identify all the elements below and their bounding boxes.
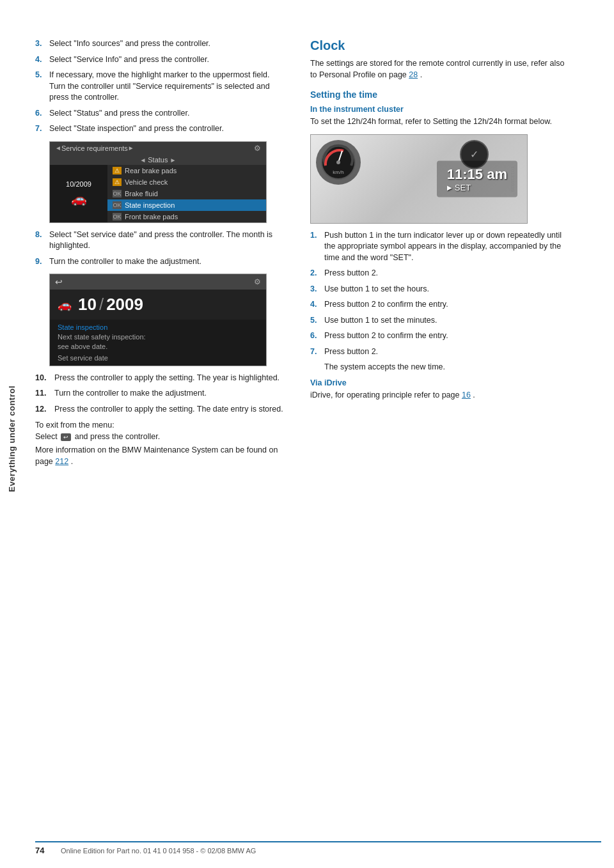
item-label-4: State inspection: [125, 201, 175, 209]
step-3: 3. Select "Info sources" and press the c…: [35, 38, 285, 50]
step-8-text: Select "Set service date" and press the …: [49, 229, 285, 252]
warning-icon: ⚠: [113, 178, 122, 186]
setting-time-subtitle: Setting the time: [310, 89, 572, 100]
sr-car-icon: 🚗: [71, 191, 87, 206]
sr-settings-icon: ⚙: [254, 144, 261, 153]
list-item: ⚠ Vehicle check: [107, 176, 266, 188]
sr-header: ◄ Service requirements ► ⚙: [50, 142, 266, 155]
main-content: 3. Select "Info sources" and press the c…: [35, 38, 601, 822]
right-column: Clock The settings are stored for the re…: [304, 38, 572, 822]
sr-date: 10/2009: [66, 180, 91, 188]
step-8: 8. Select "Set service date" and press t…: [35, 229, 285, 252]
sr-subheader: ◄ Status ►: [50, 155, 266, 165]
photo-id: T01310939: [509, 166, 515, 191]
date-main: 🚗 10 / 2009: [50, 290, 266, 320]
date-desc-2: see above date.: [58, 342, 258, 352]
state-inspection-title: State inspection: [58, 323, 258, 331]
step-11: 11. Turn the controller to make the adju…: [35, 388, 285, 399]
date-separator: /: [97, 295, 106, 314]
sr-subheader-nav-right: ►: [170, 157, 177, 164]
clock-intro: The settings are stored for the remote c…: [310, 58, 572, 81]
more-info-page-link[interactable]: 212: [55, 457, 68, 466]
step-10: 10. Press the controller to apply the se…: [35, 373, 285, 384]
step-7-num: 7.: [35, 123, 49, 135]
back-icon: ↩: [61, 433, 71, 441]
date-screenshot: ↩ ⚙ 🚗 10 / 2009 State inspection Next st…: [49, 274, 267, 366]
clock-screenshot: km/h ✓ 11:15 am ▶ SET T01310939: [310, 134, 528, 224]
clock-step-5-num: 5.: [310, 315, 324, 327]
clock-time-display: 11:15 am ▶ SET: [437, 160, 517, 197]
page-footer: 74 Online Edition for Part no. 01 41 0 0…: [35, 841, 601, 868]
via-idrive-page-link[interactable]: 16: [462, 391, 471, 399]
clock-intro-page-link[interactable]: 28: [409, 70, 418, 79]
clock-step-4-text: Press button 2 to confirm the entry.: [324, 299, 448, 311]
exit-text-3: and press the controller.: [75, 432, 160, 441]
exit-text-1: To exit from the menu:: [35, 421, 114, 430]
step-9: 9. Turn the controller to make the adjus…: [35, 256, 285, 268]
clock-step-5-text: Use button 1 to set the minutes.: [324, 315, 437, 327]
step-7: 7. Select "State inspection" and press t…: [35, 123, 285, 135]
date-year: 2009: [106, 295, 143, 314]
via-idrive-end: .: [473, 391, 475, 399]
clock-title: Clock: [310, 38, 572, 53]
clock-step-7: 7. Press button 2.: [310, 346, 572, 358]
sr-left-panel: 10/2009 🚗: [50, 165, 107, 222]
clock-step-2: 2. Press button 2.: [310, 268, 572, 279]
step-7-text: Select "State inspection" and press the …: [49, 123, 224, 135]
step-5: 5. If necessary, move the highlight mark…: [35, 70, 285, 104]
date-month: 10: [78, 295, 97, 314]
sidebar-label: Everything under control: [7, 385, 17, 492]
step-8-num: 8.: [35, 229, 49, 252]
step-10-num: 10.: [35, 373, 54, 384]
step-3-num: 3.: [35, 38, 49, 50]
date-desc-1: Next state safety inspection:: [58, 332, 258, 342]
exit-text: To exit from the menu: Select ↩ and pres…: [35, 420, 285, 442]
page-container: Everything under control 3. Select "Info…: [0, 0, 614, 868]
clock-time-value: 11:15 am: [447, 166, 507, 182]
settings-icon-header: ⚙: [254, 277, 261, 286]
step-4: 4. Select "Service Info" and press the c…: [35, 54, 285, 66]
more-info-end: .: [71, 457, 73, 466]
clock-step-1-text: Push button 1 in the turn indicator leve…: [324, 230, 572, 264]
svg-text:km/h: km/h: [333, 169, 343, 175]
exit-text-2: Select: [35, 432, 58, 441]
warning-icon: ⚠: [113, 167, 122, 174]
ok-icon: OK: [113, 201, 122, 209]
more-info-text: More information on the BMW Maintenance …: [35, 445, 285, 467]
clock-step-7-num: 7.: [310, 346, 324, 358]
clock-step-3: 3. Use button 1 to set the hours.: [310, 284, 572, 295]
clock-step-6-num: 6.: [310, 330, 324, 342]
clock-step-5: 5. Use button 1 to set the minutes.: [310, 315, 572, 327]
left-column: 3. Select "Info sources" and press the c…: [35, 38, 304, 822]
step-3-text: Select "Info sources" and press the cont…: [49, 38, 210, 50]
sr-subheader-title: Status: [148, 156, 168, 164]
clock-step-1-num: 1.: [310, 230, 324, 264]
item-label-1: Rear brake pads: [125, 167, 177, 174]
step-6: 6. Select "Status" and press the control…: [35, 108, 285, 120]
step-6-text: Select "Status" and press the controller…: [49, 108, 189, 120]
clock-intro-end: .: [420, 70, 422, 79]
page-number: 74: [35, 846, 54, 855]
via-idrive-label: iDrive, for operating principle refer to…: [310, 391, 459, 399]
sr-body: 10/2009 🚗 ⚠ Rear brake pads ⚠ Vehicle ch…: [50, 165, 266, 222]
clock-step-2-num: 2.: [310, 268, 324, 279]
svg-point-2: [336, 160, 340, 164]
speedometer-icon: km/h: [316, 140, 361, 185]
item-label-3: Brake fluid: [125, 190, 158, 198]
set-service-date-link: Set service date: [58, 354, 258, 362]
set-text: SET: [455, 182, 471, 192]
item-label-5: Front brake pads: [125, 213, 178, 221]
set-arrow-icon: ▶: [447, 183, 452, 190]
step-10-text: Press the controller to apply the settin…: [54, 373, 279, 384]
step-11-num: 11.: [35, 388, 54, 399]
clock-step-6-text: Press button 2 to confirm the entry.: [324, 330, 448, 342]
clock-step-7-text: Press button 2.: [324, 346, 378, 358]
via-idrive-subtitle: Via iDrive: [310, 378, 572, 387]
sr-header-title: Service requirements: [61, 144, 128, 152]
sr-subheader-nav-left: ◄: [140, 157, 148, 164]
in-cluster-subtitle: In the instrument cluster: [310, 105, 572, 114]
sr-nav-right: ►: [128, 144, 134, 151]
clock-set-label: ▶ SET: [447, 182, 507, 192]
step-9-text: Turn the controller to make the adjustme…: [49, 256, 201, 268]
clock-step-3-text: Use button 1 to set the hours.: [324, 284, 429, 295]
